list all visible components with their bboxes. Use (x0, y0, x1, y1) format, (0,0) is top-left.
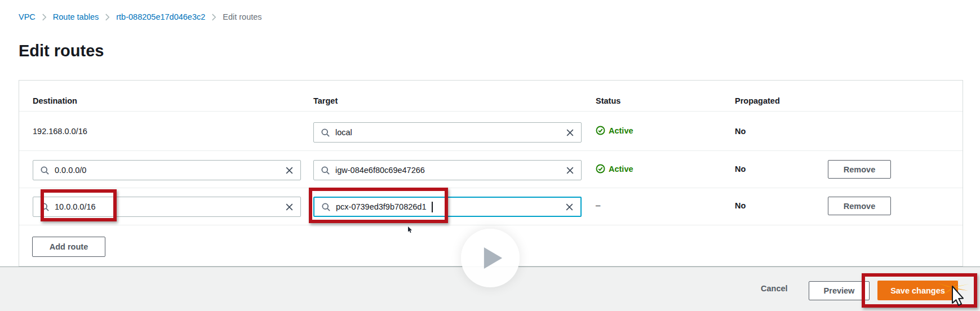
breadcrumb-item-current: Edit routes (223, 12, 261, 21)
preview-button[interactable]: Preview (809, 281, 870, 300)
remove-route-button[interactable]: Remove (828, 160, 891, 179)
target-input-row3-focused[interactable]: pcx-0739ed3f9b70826d1 (313, 197, 582, 217)
breadcrumb: VPC Route tables rtb-088205e17d046e3c2 E… (19, 12, 262, 21)
column-header-propagated: Propagated (735, 96, 780, 105)
status-badge: Active (596, 126, 633, 135)
header-divider (19, 111, 963, 112)
search-icon (40, 166, 50, 175)
check-circle-icon (596, 126, 605, 135)
target-input-row2[interactable] (313, 160, 582, 180)
destination-input-row2[interactable] (33, 160, 301, 180)
remove-route-button[interactable]: Remove (828, 197, 891, 215)
search-icon (321, 166, 330, 175)
text-caret (432, 202, 433, 212)
search-icon (40, 202, 50, 212)
destination-input-field[interactable] (55, 202, 280, 211)
propagated-value: No (735, 165, 746, 174)
breadcrumb-item-route-tables[interactable]: Route tables (53, 12, 99, 21)
column-header-destination: Destination (33, 96, 77, 105)
column-header-status: Status (596, 96, 620, 105)
play-icon (482, 246, 504, 270)
propagated-value: No (735, 127, 746, 136)
chevron-right-icon (105, 14, 110, 21)
breadcrumb-item-vpc[interactable]: VPC (19, 12, 36, 21)
clear-icon[interactable] (565, 202, 574, 212)
edit-routes-page: VPC Route tables rtb-088205e17d046e3c2 E… (0, 0, 980, 311)
status-dash: – (596, 200, 600, 210)
destination-input-field[interactable] (55, 166, 280, 175)
search-icon (321, 202, 331, 212)
page-title: Edit routes (19, 42, 104, 60)
click-cursor-icon (935, 277, 973, 311)
video-play-button[interactable] (461, 229, 520, 287)
clear-icon[interactable] (565, 166, 575, 175)
status-label: Active (609, 165, 633, 174)
target-input-field[interactable] (335, 128, 560, 137)
row-divider (19, 150, 963, 151)
clear-icon[interactable] (565, 128, 575, 137)
row-divider (19, 225, 963, 225)
propagated-value: No (735, 201, 746, 210)
breadcrumb-item-route-table-id[interactable]: rtb-088205e17d046e3c2 (116, 12, 205, 21)
status-label: Active (609, 126, 633, 135)
destination-value: 192.168.0.0/16 (33, 127, 87, 136)
clear-icon[interactable] (285, 202, 294, 212)
column-header-target: Target (313, 96, 338, 105)
mouse-cursor-icon (407, 226, 413, 236)
chevron-right-icon (42, 14, 47, 21)
search-icon (321, 128, 330, 137)
target-input-row1[interactable] (313, 122, 582, 143)
add-route-button[interactable]: Add route (32, 237, 105, 257)
status-badge: Active (596, 164, 633, 174)
destination-input-row3[interactable] (33, 197, 301, 217)
clear-icon[interactable] (285, 166, 294, 175)
chevron-right-icon (211, 14, 216, 21)
check-circle-icon (596, 164, 605, 174)
row-divider (19, 188, 963, 188)
target-input-value[interactable]: pcx-0739ed3f9b70826d1 (336, 202, 426, 211)
cancel-button[interactable]: Cancel (757, 283, 791, 294)
target-input-field[interactable] (335, 166, 560, 175)
